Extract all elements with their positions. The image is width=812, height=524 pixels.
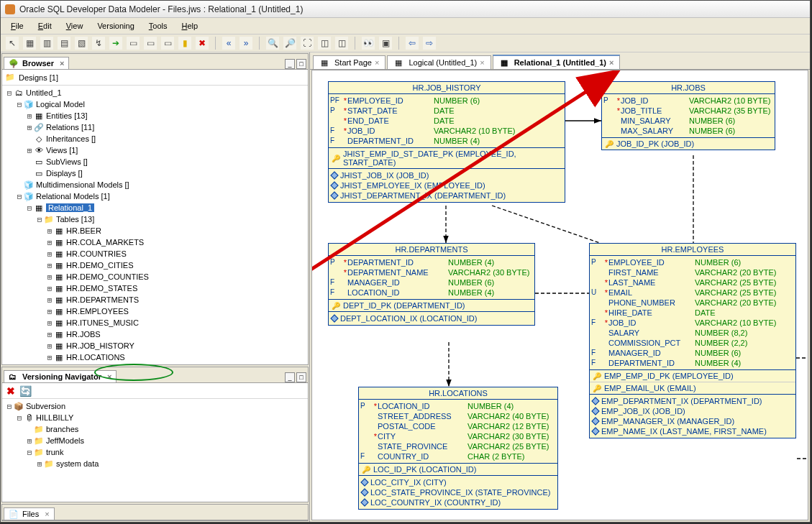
- toolbar-box1-icon[interactable]: ▭: [127, 37, 140, 50]
- refresh-icon[interactable]: 🔄: [19, 385, 32, 397]
- minimize-icon[interactable]: _: [285, 372, 295, 382]
- close-icon[interactable]: ×: [107, 372, 111, 381]
- toolbar-box2-icon[interactable]: ▭: [144, 37, 157, 50]
- toolbar-table-icon[interactable]: ▦: [23, 37, 36, 50]
- expander-icon[interactable]: ⊞: [45, 226, 54, 236]
- toolbar-grid-icon[interactable]: ▤: [58, 37, 70, 50]
- tree-row[interactable]: ⊟ 🛢 HILLBILLY: [2, 412, 308, 423]
- menu-tools[interactable]: Tools: [143, 20, 173, 32]
- expander-icon[interactable]: ⊟: [5, 88, 14, 98]
- tree-row[interactable]: ⊞ ▦ HR.LOCATIONS: [2, 351, 308, 363]
- tree-row[interactable]: ⊞ ▦ HR.JOB_HISTORY: [2, 340, 308, 351]
- expander-icon[interactable]: ⊟: [15, 413, 24, 423]
- doc-tab[interactable]: ▦ Start Page ×: [313, 55, 386, 69]
- tree-row[interactable]: ⊞ 📁 JeffModels: [2, 435, 308, 446]
- tree-row[interactable]: ⊞ ▦ HR.EMPLOYEES: [2, 305, 308, 317]
- tree-row[interactable]: ⊟ 🧊 Relational Models [1]: [2, 190, 308, 202]
- toolbar-link-icon[interactable]: ↯: [92, 37, 105, 50]
- browser-tree[interactable]: ⊟ 🗂 Untitled_1 ⊟ 🧊 Logical Model ⊞ ▦ Ent…: [2, 86, 308, 364]
- toolbar-delete-icon[interactable]: ✖: [196, 37, 209, 50]
- toolbar-fit3-icon[interactable]: ◫: [335, 37, 348, 50]
- tree-row[interactable]: ⊟ 📁 trunk: [2, 446, 308, 458]
- delete-icon[interactable]: ✖: [6, 385, 15, 397]
- expander-icon[interactable]: ⊞: [45, 284, 54, 293]
- expander-icon[interactable]: ⊞: [45, 341, 54, 351]
- doc-tab[interactable]: ▦ Logical (Untitled_1) ×: [387, 55, 491, 69]
- menu-versioning[interactable]: Versioning: [91, 20, 140, 32]
- browser-tab[interactable]: 🌳 Browser ×: [4, 57, 69, 69]
- files-tab[interactable]: 📄 Files ×: [4, 507, 55, 520]
- expander-icon[interactable]: ⊞: [45, 318, 54, 328]
- toolbar-grid2-icon[interactable]: ▧: [75, 37, 88, 50]
- tree-row[interactable]: ⊞ 📁 system data: [2, 458, 308, 469]
- toolbar-find-icon[interactable]: 👀: [362, 37, 375, 50]
- expander-icon[interactable]: ⊞: [45, 353, 54, 362]
- menu-help[interactable]: Help: [175, 20, 204, 32]
- entity-departments[interactable]: HR.DEPARTMENTS P * DEPARTMENT_ID NUMBER …: [328, 243, 535, 326]
- expander-icon[interactable]: ⊟: [15, 100, 24, 109]
- tree-row[interactable]: ⊞ ▦ HR.JOBS: [2, 328, 308, 340]
- menu-view[interactable]: View: [60, 20, 89, 32]
- toolbar-layers-icon[interactable]: ▣: [379, 37, 392, 50]
- minimize-icon[interactable]: _: [285, 59, 295, 69]
- toolbar-first-icon[interactable]: «: [222, 37, 235, 50]
- tree-row[interactable]: ⊞ ▦ Entities [13]: [2, 110, 308, 121]
- expander-icon[interactable]: ⊟: [25, 448, 34, 457]
- tree-row[interactable]: ⊞ ▦ HR.COUNTRIES: [2, 248, 308, 259]
- toolbar-pointer-icon[interactable]: ↖: [6, 37, 19, 50]
- maximize-icon[interactable]: □: [296, 59, 306, 69]
- tree-row[interactable]: ⊞ ▦ HR.DEPARTMENTS: [2, 294, 308, 305]
- toolbar-last-icon[interactable]: »: [240, 37, 252, 50]
- expander-icon[interactable]: ⊟: [15, 192, 24, 201]
- diagram-canvas[interactable]: HR.JOB_HISTORY PF * EMPLOYEE_ID NUMBER (…: [311, 70, 808, 520]
- tree-row[interactable]: 🧊 Multidimensional Models []: [2, 179, 308, 190]
- menu-file[interactable]: File: [5, 20, 29, 32]
- toolbar-view-icon[interactable]: ▥: [40, 37, 53, 50]
- entity-locations[interactable]: HR.LOCATIONS P * LOCATION_ID NUMBER (4) …: [358, 387, 558, 510]
- tree-row[interactable]: ◇ Inheritances []: [2, 133, 308, 144]
- tree-row[interactable]: ⊞ ▦ HR.DEMO_CITIES: [2, 259, 308, 271]
- menu-edit[interactable]: Edit: [32, 20, 58, 32]
- entity-jobs[interactable]: HR.JOBS P * JOB_ID VARCHAR2 (10 BYTE) * …: [601, 81, 775, 150]
- tree-row[interactable]: ▭ SubViews []: [2, 156, 308, 167]
- close-icon[interactable]: ×: [60, 59, 64, 68]
- tree-row[interactable]: ⊞ ▦ HR.DEMO_STATES: [2, 282, 308, 294]
- toolbar-box3-icon[interactable]: ▭: [161, 37, 174, 50]
- toolbar-fit-icon[interactable]: ⛶: [301, 37, 314, 50]
- menubar[interactable]: File Edit View Versioning Tools Help: [1, 18, 810, 34]
- expander-icon[interactable]: ⊟: [35, 215, 44, 224]
- toolbar-zoom-out-icon[interactable]: 🔎: [283, 37, 296, 50]
- tree-row[interactable]: ⊞ ▦ HR.COLA_MARKETS: [2, 236, 308, 248]
- versioning-tree[interactable]: ⊟ 📦 Subversion ⊟ 🛢 HILLBILLY 📁 branches …: [2, 399, 308, 502]
- expander-icon[interactable]: ⊞: [25, 111, 34, 121]
- tree-row[interactable]: ⊟ ▦ Relational_1: [2, 202, 308, 213]
- tree-row[interactable]: ⊞ ▦ HR.ITUNES_MUSIC: [2, 317, 308, 328]
- expander-icon[interactable]: ⊞: [25, 123, 34, 132]
- tree-row[interactable]: ⊟ 📦 Subversion: [2, 400, 308, 412]
- entity-employees[interactable]: HR.EMPLOYEES P * EMPLOYEE_ID NUMBER (6) …: [589, 243, 796, 438]
- close-icon[interactable]: ×: [45, 510, 49, 518]
- expander-icon[interactable]: ⊞: [45, 307, 54, 316]
- tree-row[interactable]: 📁 branches: [2, 423, 308, 435]
- close-icon[interactable]: ×: [375, 58, 379, 67]
- toolbar-next-icon[interactable]: ⇨: [423, 37, 436, 50]
- expander-icon[interactable]: ⊞: [45, 330, 54, 339]
- toolbar-prev-icon[interactable]: ⇦: [406, 37, 419, 50]
- expander-icon[interactable]: ⊞: [35, 459, 44, 469]
- toolbar-note-icon[interactable]: ▮: [178, 37, 191, 50]
- expander-icon[interactable]: ⊞: [25, 146, 34, 155]
- tree-row[interactable]: ▭ Displays []: [2, 167, 308, 179]
- tree-row[interactable]: ⊞ ▦ HR.BEER: [2, 225, 308, 236]
- close-icon[interactable]: ×: [609, 58, 613, 67]
- expander-icon[interactable]: ⊞: [45, 249, 54, 259]
- expander-icon[interactable]: ⊞: [45, 295, 54, 305]
- entity-job-history[interactable]: HR.JOB_HISTORY PF * EMPLOYEE_ID NUMBER (…: [328, 81, 565, 203]
- expander-icon[interactable]: ⊞: [45, 238, 54, 247]
- expander-icon[interactable]: ⊟: [5, 402, 14, 411]
- expander-icon[interactable]: ⊞: [25, 436, 34, 446]
- tree-row[interactable]: ⊟ 🧊 Logical Model: [2, 98, 308, 110]
- tree-row[interactable]: ⊟ 📁 Tables [13]: [2, 213, 308, 225]
- versioning-tab[interactable]: 🗂 Versioning Navigator ×: [4, 370, 117, 382]
- tree-row[interactable]: ⊞ 🔗 Relations [11]: [2, 121, 308, 133]
- toolbar-fit2-icon[interactable]: ◫: [318, 37, 331, 50]
